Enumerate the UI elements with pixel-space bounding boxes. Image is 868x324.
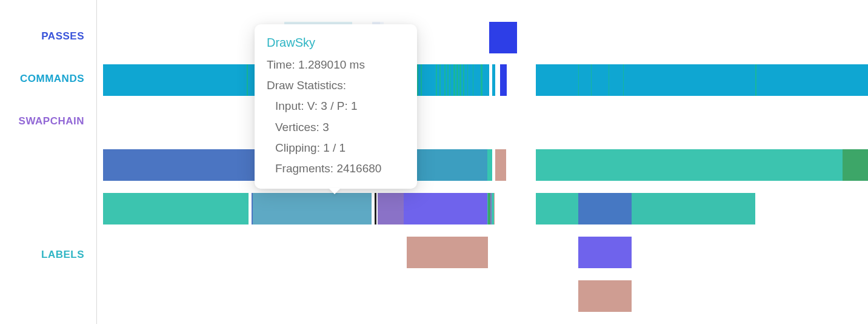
- segment-commands-42[interactable]: [579, 64, 591, 96]
- segment-mid1-2[interactable]: [487, 149, 493, 181]
- segment-mid2-2[interactable]: [253, 193, 372, 224]
- segment-labels2-0[interactable]: [578, 280, 632, 312]
- segment-mid1-3[interactable]: [495, 149, 506, 181]
- segment-commands-13[interactable]: [422, 64, 436, 96]
- segment-commands-0[interactable]: [103, 64, 247, 96]
- tooltip-time: Time: 1.289010 ms: [267, 55, 405, 75]
- track-labels2: [103, 280, 868, 312]
- segment-commands-40[interactable]: [536, 64, 578, 96]
- segment-labels1-0[interactable]: [407, 237, 488, 268]
- segment-commands-38[interactable]: [492, 64, 495, 96]
- track-commands: [103, 64, 868, 96]
- tracks-area[interactable]: [97, 0, 868, 324]
- segment-mid1-5[interactable]: [843, 149, 868, 181]
- tooltip-vertices: Vertices: 3: [267, 117, 405, 138]
- tooltip-arrow-icon: [329, 188, 341, 194]
- tooltip-fragments: Fragments: 2416680: [267, 158, 405, 179]
- row-label-passes[interactable]: PASSES: [41, 30, 84, 42]
- segment-mid2-3[interactable]: [375, 193, 376, 224]
- segment-commands-35[interactable]: [473, 64, 481, 96]
- segment-mid2-10[interactable]: [494, 193, 495, 224]
- segment-passes-3[interactable]: [489, 22, 516, 53]
- tooltip-title: DrawSky: [267, 32, 405, 53]
- segment-tooltip: DrawSky Time: 1.289010 ms Draw Statistic…: [255, 24, 417, 189]
- segment-mid2-12[interactable]: [578, 193, 632, 224]
- segment-mid1-4[interactable]: [536, 149, 843, 181]
- track-labels1: [103, 237, 868, 268]
- row-label-swapchain[interactable]: SWAPCHAIN: [19, 115, 84, 127]
- row-labels-column: PASSES COMMANDS SWAPCHAIN LABELS: [0, 0, 97, 324]
- tooltip-clipping: Clipping: 1 / 1: [267, 138, 405, 158]
- segment-commands-48[interactable]: [624, 64, 755, 96]
- timeline-container: PASSES COMMANDS SWAPCHAIN LABELS: [0, 0, 868, 324]
- segment-mid2-13[interactable]: [632, 193, 755, 224]
- segment-commands-44[interactable]: [592, 64, 609, 96]
- segment-mid2-4[interactable]: [378, 193, 404, 224]
- tooltip-stats-header: Draw Statistics:: [267, 75, 405, 96]
- segment-labels1-1[interactable]: [578, 237, 632, 268]
- row-label-commands[interactable]: COMMANDS: [20, 73, 84, 85]
- segment-commands-37[interactable]: [482, 64, 489, 96]
- row-label-labels[interactable]: LABELS: [41, 249, 84, 261]
- tooltip-input: Input: V: 3 / P: 1: [267, 96, 405, 116]
- segment-commands-46[interactable]: [609, 64, 623, 96]
- track-mid1: [103, 149, 868, 181]
- segment-mid2-5[interactable]: [404, 193, 487, 224]
- segment-commands-39[interactable]: [500, 64, 507, 96]
- segment-mid2-11[interactable]: [536, 193, 578, 224]
- segment-commands-50[interactable]: [756, 64, 868, 96]
- track-passes: [103, 22, 868, 53]
- segment-mid2-0[interactable]: [103, 193, 249, 224]
- segment-commands-33[interactable]: [468, 64, 473, 96]
- track-mid2: [103, 193, 868, 224]
